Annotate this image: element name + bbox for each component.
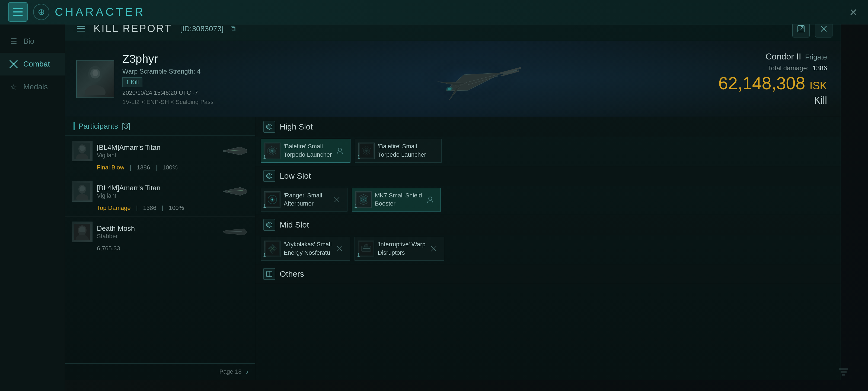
pilot-avatar xyxy=(76,60,114,98)
others-section: Others xyxy=(255,264,841,284)
item-icon xyxy=(355,191,372,208)
svg-marker-43 xyxy=(268,125,271,129)
sidebar-item-bio[interactable]: ☰ Bio xyxy=(0,30,65,53)
equipment-panel: High Slot 1 xyxy=(255,117,841,380)
participant-item[interactable]: [BL4M]Amarr's Titan Vigilant Top Damage … xyxy=(65,176,255,217)
slot-item[interactable]: 1 'Vrykolakas' SmallEnergy Nosferatu xyxy=(261,237,350,261)
participant-item[interactable]: [BL4M]Amarr's Titan Vigilant Final Blow … xyxy=(65,136,255,176)
svg-marker-32 xyxy=(224,187,247,196)
pagination: Page 18 › xyxy=(219,367,248,376)
vitruvian-icon: ⊕ xyxy=(33,4,50,20)
participant-item[interactable]: Death Mosh Stabber 6,765.33 xyxy=(65,217,255,257)
kill-date: 2020/10/24 15:46:20 UTC -7 xyxy=(122,89,214,96)
participant-bottom: 6,765.33 xyxy=(97,245,248,252)
sidebar-item-medals-label: Medals xyxy=(23,83,48,91)
others-icon xyxy=(264,268,275,280)
participant-avatar xyxy=(72,222,93,242)
item-person-icon[interactable] xyxy=(335,146,345,156)
participant-percent: 100% xyxy=(169,204,184,212)
item-name: 'Balefire' SmallTorpedo Launcher xyxy=(284,142,332,159)
item-name: 'Interruptive' WarpDisruptors xyxy=(378,240,425,257)
participant-damage: 1386 xyxy=(137,164,150,171)
next-page-button[interactable]: › xyxy=(246,367,248,376)
item-qty: 1 xyxy=(263,252,266,258)
ship-section xyxy=(255,41,683,117)
slot-item[interactable]: 1 MK7 Small ShieldBooster xyxy=(352,188,441,212)
kill-banner: Z3phyr Warp Scramble Strength: 4 1 Kill … xyxy=(65,41,841,117)
svg-point-2 xyxy=(13,63,14,65)
svg-marker-40 xyxy=(223,229,247,235)
menu-button[interactable] xyxy=(8,2,28,22)
slot-item[interactable]: 1 'Balefire' SmallTorpedo Launcher xyxy=(261,139,350,163)
high-slot-header: High Slot xyxy=(255,117,841,137)
participants-header: Participants [3] xyxy=(65,117,255,136)
item-qty: 1 xyxy=(357,252,360,258)
participant-avatar xyxy=(72,181,93,202)
item-person-icon[interactable] xyxy=(425,195,435,204)
bars-icon: ☰ xyxy=(8,36,19,47)
svg-rect-39 xyxy=(79,232,86,234)
item-qty: 1 xyxy=(357,154,360,160)
mid-slot-header: Mid Slot xyxy=(255,215,841,234)
item-icon xyxy=(264,191,280,208)
page-label: Page 18 xyxy=(219,368,242,375)
high-slot-icon xyxy=(264,121,275,133)
swords-icon xyxy=(8,59,19,69)
others-name: Others xyxy=(280,269,304,279)
sidebar-item-medals[interactable]: ☆ Medals xyxy=(0,76,65,98)
participant-weapon xyxy=(221,185,248,198)
top-bar: ⊕ CHARACTER × xyxy=(0,0,868,24)
ship-silhouette xyxy=(401,47,537,112)
app-close-button[interactable]: × xyxy=(849,5,857,20)
item-close-icon[interactable] xyxy=(335,244,344,254)
item-name: 'Vrykolakas' SmallEnergy Nosferatu xyxy=(284,240,332,257)
participant-name: [BL4M]Amarr's Titan xyxy=(97,143,217,152)
mid-slot-icon xyxy=(264,219,275,231)
item-icon xyxy=(264,241,280,257)
participants-count: [3] xyxy=(122,122,130,131)
low-slot-name: Low Slot xyxy=(280,171,311,180)
high-slot-items: 1 'Balefire' SmallTorpedo Launcher xyxy=(255,137,841,166)
participant-ship: Vigilant xyxy=(97,152,217,159)
participant-ship: Stabber xyxy=(97,233,217,240)
participant-avatar xyxy=(72,141,93,161)
item-icon xyxy=(264,143,280,159)
svg-rect-34 xyxy=(223,191,226,192)
participant-top: [BL4M]Amarr's Titan Vigilant xyxy=(72,141,248,161)
participant-weapon xyxy=(221,144,248,158)
modal-id: [ID:3083073] xyxy=(180,24,223,33)
filter-button[interactable] xyxy=(835,364,852,380)
participant-ship: Vigilant xyxy=(97,192,217,199)
kill-pilot-section: Z3phyr Warp Scramble Strength: 4 1 Kill … xyxy=(65,41,255,117)
participant-info: [BL4M]Amarr's Titan Vigilant xyxy=(97,184,217,199)
item-qty: 1 xyxy=(263,154,266,160)
sidebar-item-combat-label: Combat xyxy=(23,60,50,68)
header-bar xyxy=(73,122,74,130)
item-close-icon[interactable] xyxy=(332,195,342,204)
item-qty: 1 xyxy=(263,203,266,209)
item-close-icon[interactable] xyxy=(429,244,439,254)
kill-count-badge: 1 Kill xyxy=(122,77,143,87)
low-slot-section: Low Slot 1 xyxy=(255,166,841,215)
final-blow-tag: Final Blow xyxy=(97,164,124,171)
sidebar-item-combat[interactable]: Combat xyxy=(0,53,65,76)
slot-item[interactable]: 1 'Ranger' SmallAfterburner xyxy=(261,188,347,212)
warp-strength: Warp Scramble Strength: 4 xyxy=(122,67,214,75)
copy-icon[interactable]: ⧉ xyxy=(230,24,236,33)
pilot-name: Z3phyr xyxy=(122,52,214,65)
svg-rect-80 xyxy=(364,245,368,247)
participant-top: Death Mosh Stabber xyxy=(72,222,248,242)
kill-value-section: Condor II Frigate Total damage: 1386 62,… xyxy=(683,41,841,117)
item-qty: 1 xyxy=(354,203,357,209)
modal-title: KILL REPORT xyxy=(94,23,172,34)
participants-title: Participants xyxy=(79,122,118,131)
slot-item[interactable]: 1 'Interruptive' WarpDisruptors xyxy=(354,237,444,261)
svg-marker-69 xyxy=(268,223,271,227)
sidebar-item-bio-label: Bio xyxy=(23,37,34,46)
total-damage: Total damage: 1386 xyxy=(768,64,827,72)
slot-item[interactable]: 1 'Balefire' SmallTorpedo Launcher xyxy=(355,139,442,163)
pilot-info: Z3phyr Warp Scramble Strength: 4 1 Kill … xyxy=(122,52,214,106)
participant-weapon xyxy=(221,225,248,239)
high-slot-section: High Slot 1 xyxy=(255,117,841,166)
svg-point-52 xyxy=(365,149,368,152)
